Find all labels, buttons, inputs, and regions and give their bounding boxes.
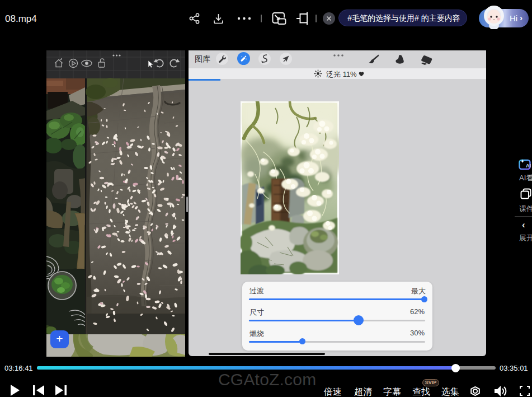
svg-text:AI: AI bbox=[526, 163, 531, 169]
